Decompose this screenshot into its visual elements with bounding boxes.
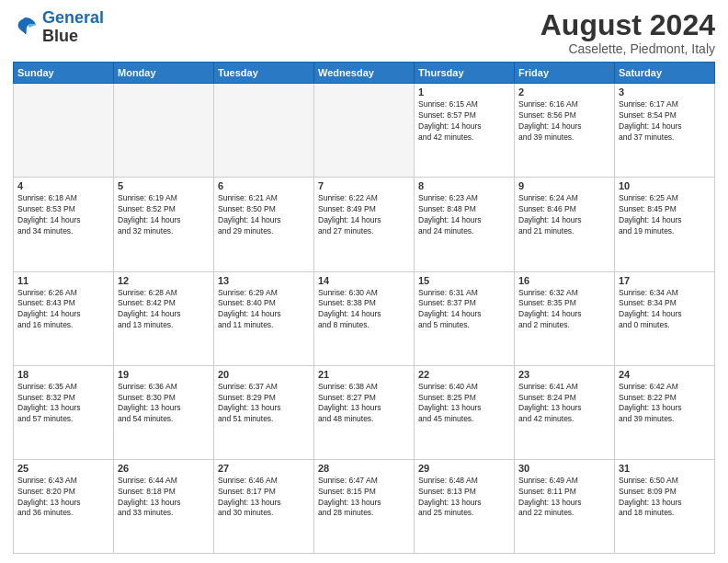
day-info: Sunrise: 6:42 AM Sunset: 8:22 PM Dayligh… bbox=[619, 382, 711, 426]
logo-text: General Blue bbox=[42, 9, 104, 46]
day-number: 31 bbox=[619, 463, 711, 474]
calendar-cell: 8Sunrise: 6:23 AM Sunset: 8:48 PM Daylig… bbox=[415, 178, 515, 271]
location: Caselette, Piedmont, Italy bbox=[540, 41, 715, 56]
day-info: Sunrise: 6:23 AM Sunset: 8:48 PM Dayligh… bbox=[418, 193, 510, 237]
day-info: Sunrise: 6:19 AM Sunset: 8:52 PM Dayligh… bbox=[118, 193, 210, 237]
calendar-cell: 7Sunrise: 6:22 AM Sunset: 8:49 PM Daylig… bbox=[314, 178, 415, 271]
day-number: 21 bbox=[318, 369, 410, 380]
day-info: Sunrise: 6:15 AM Sunset: 8:57 PM Dayligh… bbox=[418, 99, 510, 144]
calendar-cell: 14Sunrise: 6:30 AM Sunset: 8:38 PM Dayli… bbox=[314, 271, 415, 365]
weekday-header-tuesday: Tuesday bbox=[214, 63, 314, 84]
calendar-cell: 15Sunrise: 6:31 AM Sunset: 8:37 PM Dayli… bbox=[415, 271, 515, 365]
weekday-header-row: SundayMondayTuesdayWednesdayThursdayFrid… bbox=[14, 63, 715, 84]
calendar-cell: 13Sunrise: 6:29 AM Sunset: 8:40 PM Dayli… bbox=[214, 271, 314, 365]
calendar-cell: 9Sunrise: 6:24 AM Sunset: 8:46 PM Daylig… bbox=[515, 178, 615, 271]
day-info: Sunrise: 6:37 AM Sunset: 8:29 PM Dayligh… bbox=[218, 382, 310, 426]
day-info: Sunrise: 6:25 AM Sunset: 8:45 PM Dayligh… bbox=[619, 193, 711, 237]
calendar-cell: 23Sunrise: 6:41 AM Sunset: 8:24 PM Dayli… bbox=[515, 365, 615, 459]
day-info: Sunrise: 6:32 AM Sunset: 8:35 PM Dayligh… bbox=[518, 288, 610, 332]
calendar-cell: 27Sunrise: 6:46 AM Sunset: 8:17 PM Dayli… bbox=[214, 459, 314, 553]
day-info: Sunrise: 6:22 AM Sunset: 8:49 PM Dayligh… bbox=[318, 193, 410, 237]
weekday-header-friday: Friday bbox=[515, 63, 615, 84]
calendar-week-2: 4Sunrise: 6:18 AM Sunset: 8:53 PM Daylig… bbox=[14, 178, 715, 271]
day-info: Sunrise: 6:17 AM Sunset: 8:54 PM Dayligh… bbox=[619, 99, 711, 144]
calendar-cell: 5Sunrise: 6:19 AM Sunset: 8:52 PM Daylig… bbox=[114, 178, 214, 271]
day-info: Sunrise: 6:34 AM Sunset: 8:34 PM Dayligh… bbox=[619, 288, 711, 332]
calendar-cell: 28Sunrise: 6:47 AM Sunset: 8:15 PM Dayli… bbox=[314, 459, 415, 553]
day-number: 10 bbox=[619, 180, 711, 191]
day-number: 17 bbox=[619, 275, 711, 286]
calendar-cell bbox=[114, 84, 214, 178]
calendar-week-3: 11Sunrise: 6:26 AM Sunset: 8:43 PM Dayli… bbox=[14, 271, 715, 365]
calendar-cell: 1Sunrise: 6:15 AM Sunset: 8:57 PM Daylig… bbox=[415, 84, 515, 178]
day-info: Sunrise: 6:46 AM Sunset: 8:17 PM Dayligh… bbox=[218, 476, 310, 520]
day-info: Sunrise: 6:29 AM Sunset: 8:40 PM Dayligh… bbox=[218, 288, 310, 332]
calendar-cell: 6Sunrise: 6:21 AM Sunset: 8:50 PM Daylig… bbox=[214, 178, 314, 271]
weekday-header-monday: Monday bbox=[114, 63, 214, 84]
day-number: 20 bbox=[218, 369, 310, 380]
calendar-week-1: 1Sunrise: 6:15 AM Sunset: 8:57 PM Daylig… bbox=[14, 84, 715, 178]
calendar-cell: 12Sunrise: 6:28 AM Sunset: 8:42 PM Dayli… bbox=[114, 271, 214, 365]
calendar-cell: 22Sunrise: 6:40 AM Sunset: 8:25 PM Dayli… bbox=[415, 365, 515, 459]
calendar-cell: 16Sunrise: 6:32 AM Sunset: 8:35 PM Dayli… bbox=[515, 271, 615, 365]
calendar-cell: 11Sunrise: 6:26 AM Sunset: 8:43 PM Dayli… bbox=[14, 271, 114, 365]
logo-line2: Blue bbox=[42, 28, 104, 46]
day-info: Sunrise: 6:49 AM Sunset: 8:11 PM Dayligh… bbox=[518, 476, 610, 520]
day-number: 11 bbox=[17, 275, 109, 286]
day-info: Sunrise: 6:21 AM Sunset: 8:50 PM Dayligh… bbox=[218, 193, 310, 237]
calendar-cell: 24Sunrise: 6:42 AM Sunset: 8:22 PM Dayli… bbox=[615, 365, 715, 459]
day-info: Sunrise: 6:38 AM Sunset: 8:27 PM Dayligh… bbox=[318, 382, 410, 426]
day-number: 13 bbox=[218, 275, 310, 286]
calendar-cell: 17Sunrise: 6:34 AM Sunset: 8:34 PM Dayli… bbox=[615, 271, 715, 365]
day-info: Sunrise: 6:47 AM Sunset: 8:15 PM Dayligh… bbox=[318, 476, 410, 520]
weekday-header-thursday: Thursday bbox=[415, 63, 515, 84]
day-number: 25 bbox=[17, 463, 109, 474]
weekday-header-saturday: Saturday bbox=[615, 63, 715, 84]
month-year: August 2024 bbox=[540, 9, 715, 41]
calendar-cell: 19Sunrise: 6:36 AM Sunset: 8:30 PM Dayli… bbox=[114, 365, 214, 459]
day-number: 22 bbox=[418, 369, 510, 380]
calendar-cell: 3Sunrise: 6:17 AM Sunset: 8:54 PM Daylig… bbox=[615, 84, 715, 178]
title-block: August 2024 Caselette, Piedmont, Italy bbox=[540, 9, 715, 56]
day-info: Sunrise: 6:24 AM Sunset: 8:46 PM Dayligh… bbox=[518, 193, 610, 237]
day-info: Sunrise: 6:16 AM Sunset: 8:56 PM Dayligh… bbox=[518, 99, 610, 144]
day-info: Sunrise: 6:40 AM Sunset: 8:25 PM Dayligh… bbox=[418, 382, 510, 426]
calendar-cell: 25Sunrise: 6:43 AM Sunset: 8:20 PM Dayli… bbox=[14, 459, 114, 553]
day-info: Sunrise: 6:43 AM Sunset: 8:20 PM Dayligh… bbox=[17, 476, 109, 520]
day-number: 8 bbox=[418, 180, 510, 191]
day-number: 2 bbox=[518, 86, 610, 98]
calendar-cell: 26Sunrise: 6:44 AM Sunset: 8:18 PM Dayli… bbox=[114, 459, 214, 553]
day-number: 6 bbox=[218, 180, 310, 191]
header: General Blue August 2024 Caselette, Pied… bbox=[13, 9, 715, 56]
calendar-cell: 20Sunrise: 6:37 AM Sunset: 8:29 PM Dayli… bbox=[214, 365, 314, 459]
calendar-cell bbox=[214, 84, 314, 178]
logo-line1: General bbox=[42, 8, 104, 27]
day-number: 28 bbox=[318, 463, 410, 474]
logo: General Blue bbox=[13, 9, 104, 46]
day-number: 15 bbox=[418, 275, 510, 286]
day-number: 24 bbox=[619, 369, 711, 380]
day-info: Sunrise: 6:41 AM Sunset: 8:24 PM Dayligh… bbox=[518, 382, 610, 426]
weekday-header-wednesday: Wednesday bbox=[314, 63, 415, 84]
calendar-cell: 21Sunrise: 6:38 AM Sunset: 8:27 PM Dayli… bbox=[314, 365, 415, 459]
logo-icon bbox=[13, 15, 39, 40]
day-info: Sunrise: 6:50 AM Sunset: 8:09 PM Dayligh… bbox=[619, 476, 711, 520]
day-info: Sunrise: 6:30 AM Sunset: 8:38 PM Dayligh… bbox=[318, 288, 410, 332]
day-number: 3 bbox=[619, 86, 711, 98]
day-number: 5 bbox=[118, 180, 210, 191]
day-info: Sunrise: 6:36 AM Sunset: 8:30 PM Dayligh… bbox=[118, 382, 210, 426]
day-number: 26 bbox=[118, 463, 210, 474]
day-info: Sunrise: 6:48 AM Sunset: 8:13 PM Dayligh… bbox=[418, 476, 510, 520]
day-number: 18 bbox=[17, 369, 109, 380]
day-number: 7 bbox=[318, 180, 410, 191]
day-info: Sunrise: 6:28 AM Sunset: 8:42 PM Dayligh… bbox=[118, 288, 210, 332]
day-info: Sunrise: 6:44 AM Sunset: 8:18 PM Dayligh… bbox=[118, 476, 210, 520]
day-number: 9 bbox=[518, 180, 610, 191]
day-number: 27 bbox=[218, 463, 310, 474]
calendar-cell: 4Sunrise: 6:18 AM Sunset: 8:53 PM Daylig… bbox=[14, 178, 114, 271]
day-number: 14 bbox=[318, 275, 410, 286]
page: General Blue August 2024 Caselette, Pied… bbox=[0, 0, 728, 563]
calendar-week-4: 18Sunrise: 6:35 AM Sunset: 8:32 PM Dayli… bbox=[14, 365, 715, 459]
day-info: Sunrise: 6:26 AM Sunset: 8:43 PM Dayligh… bbox=[17, 288, 109, 332]
day-number: 1 bbox=[418, 86, 510, 98]
